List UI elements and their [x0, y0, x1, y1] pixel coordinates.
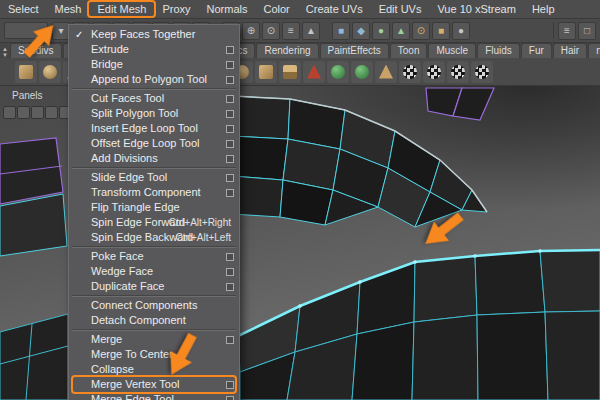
option-box-icon[interactable] — [226, 268, 234, 276]
history-icon[interactable]: ◆ — [352, 22, 370, 40]
menu-item-merge-to-center[interactable]: Merge To Center — [69, 347, 239, 362]
sidebar-toggle-icon[interactable]: ≡ — [558, 22, 576, 40]
shelf-icon-tree[interactable] — [375, 61, 397, 83]
menu-item-collapse[interactable]: Collapse — [69, 362, 239, 377]
option-box-icon[interactable] — [226, 283, 234, 291]
menu-item-keep-faces-together[interactable]: ✓Keep Faces Together — [69, 27, 239, 42]
menubar-vue-10-xstream[interactable]: Vue 10 xStream — [429, 0, 523, 18]
menubar-create-uvs[interactable]: Create UVs — [298, 0, 371, 18]
menu-item-spin-edge-backward[interactable]: Spin Edge BackwardCtrl+Alt+Left — [69, 230, 239, 245]
menu-item-slide-edge-tool[interactable]: Slide Edge Tool — [69, 170, 239, 185]
shelf-tab-fur[interactable]: Fur — [521, 43, 552, 58]
shelf-icon-checker-ball[interactable] — [447, 61, 469, 83]
option-box-icon[interactable] — [226, 189, 234, 197]
mesh-bottom-left[interactable] — [0, 314, 68, 400]
menu-item-duplicate-face[interactable]: Duplicate Face — [69, 279, 239, 294]
shelf-tab-muscle[interactable]: Muscle — [428, 43, 476, 58]
option-box-icon[interactable] — [226, 381, 234, 389]
menu-item-detach-component[interactable]: Detach Component — [69, 313, 239, 328]
shelf-tab-fluids[interactable]: Fluids — [477, 43, 520, 58]
viewport-toolbar-icon[interactable] — [31, 106, 44, 119]
shelf-tab-ncloth[interactable]: nCloth — [588, 43, 600, 58]
viewport-toolbar-icon[interactable] — [45, 106, 58, 119]
panel-menu-panels[interactable]: Panels — [12, 90, 43, 101]
viewport-toolbar-icon[interactable] — [3, 106, 16, 119]
menu-item-merge-vertex-tool[interactable]: Merge Vertex Tool — [69, 377, 239, 392]
menubar-select[interactable]: Select — [0, 0, 47, 18]
menubar-edit-mesh[interactable]: Edit Mesh — [89, 0, 154, 18]
menu-item-transform-component[interactable]: Transform Component — [69, 185, 239, 200]
snap-icon[interactable]: ⊕ — [242, 22, 260, 40]
menu-item-add-divisions[interactable]: Add Divisions — [69, 151, 239, 166]
option-box-icon[interactable] — [226, 253, 234, 261]
menu-item-wedge-face[interactable]: Wedge Face — [69, 264, 239, 279]
menu-item-poke-face[interactable]: Poke Face — [69, 249, 239, 264]
shelf-icon-solid[interactable] — [255, 61, 277, 83]
mesh-piece-purple[interactable] — [426, 88, 494, 120]
menu-item-cut-faces-tool[interactable]: Cut Faces Tool — [69, 91, 239, 106]
shelf-tab-rendering[interactable]: Rendering — [256, 43, 318, 58]
shelf-icon-green-sphere[interactable] — [351, 61, 373, 83]
menu-item-label: Append to Polygon Tool — [91, 73, 207, 85]
viewport-toolbar-icon[interactable] — [17, 106, 30, 119]
shelf-tab-painteffects[interactable]: PaintEffects — [320, 43, 389, 58]
menu-item-append-to-polygon-tool[interactable]: Append to Polygon Tool — [69, 72, 239, 87]
menu-item-split-polygon-tool[interactable]: Split Polygon Tool — [69, 106, 239, 121]
menu-item-label: Merge Vertex Tool — [91, 378, 179, 390]
snap-icon[interactable]: ▲ — [302, 22, 320, 40]
menubar-normals[interactable]: Normals — [199, 0, 256, 18]
option-box-icon[interactable] — [226, 95, 234, 103]
option-box-icon[interactable] — [226, 396, 234, 400]
menu-item-bridge[interactable]: Bridge — [69, 57, 239, 72]
menu-item-merge[interactable]: Merge — [69, 332, 239, 347]
menu-item-label: Connect Components — [91, 299, 197, 311]
scene-icon[interactable]: ▲ — [392, 22, 410, 40]
shelf-icon-checker-ball[interactable] — [399, 61, 421, 83]
sidebar-toggle-icon[interactable]: □ — [578, 22, 596, 40]
shelf-icon-cube[interactable] — [15, 61, 37, 83]
menubar-edit-uvs[interactable]: Edit UVs — [371, 0, 430, 18]
shelf-icon-sphere[interactable] — [39, 61, 61, 83]
menu-item-flip-triangle-edge[interactable]: Flip Triangle Edge — [69, 200, 239, 215]
shelf-icon-checker-ball[interactable] — [471, 61, 493, 83]
render-icon[interactable]: ■ — [432, 22, 450, 40]
render-icon[interactable]: ● — [452, 22, 470, 40]
menu-item-insert-edge-loop-tool[interactable]: Insert Edge Loop Tool — [69, 121, 239, 136]
menu-item-spin-edge-forward[interactable]: Spin Edge ForwardCtrl+Alt+Right — [69, 215, 239, 230]
menubar-mesh[interactable]: Mesh — [47, 0, 90, 18]
option-box-icon[interactable] — [226, 174, 234, 182]
menubar-color[interactable]: Color — [255, 0, 297, 18]
shelf-icon-green-sphere[interactable] — [327, 61, 349, 83]
shelf-icon-checker-ball[interactable] — [423, 61, 445, 83]
render-icon[interactable]: ⊙ — [412, 22, 430, 40]
snap-icon[interactable]: ≡ — [282, 22, 300, 40]
shelf-tab-scroll-icon[interactable]: ▲▼ — [0, 46, 10, 58]
menu-item-connect-components[interactable]: Connect Components — [69, 298, 239, 313]
menubar-help[interactable]: Help — [524, 0, 563, 18]
option-box-icon[interactable] — [226, 46, 234, 54]
menubar-proxy[interactable]: Proxy — [154, 0, 198, 18]
shelf-tab-hair[interactable]: Hair — [553, 43, 587, 58]
scene-icon[interactable]: ● — [372, 22, 390, 40]
mesh-lower[interactable] — [238, 250, 600, 400]
option-box-icon[interactable] — [226, 110, 234, 118]
option-box-icon[interactable] — [226, 140, 234, 148]
option-box-icon[interactable] — [226, 336, 234, 344]
menu-item-label: Flip Triangle Edge — [91, 201, 180, 213]
menu-item-extrude[interactable]: Extrude — [69, 42, 239, 57]
option-box-icon[interactable] — [226, 61, 234, 69]
option-box-icon[interactable] — [226, 155, 234, 163]
menu-item-label: Detach Component — [91, 314, 186, 326]
menu-item-offset-edge-loop-tool[interactable]: Offset Edge Loop Tool — [69, 136, 239, 151]
menu-item-label: Merge Edge Tool — [91, 393, 174, 400]
shelf-icon-solid[interactable] — [279, 61, 301, 83]
shelf-icon-red-cone[interactable] — [303, 61, 325, 83]
menu-item-merge-edge-tool[interactable]: Merge Edge Tool — [69, 392, 239, 400]
shelf-tab-toon[interactable]: Toon — [390, 43, 428, 58]
menu-item-label: Merge — [91, 333, 122, 345]
option-box-icon[interactable] — [226, 125, 234, 133]
history-icon[interactable]: ■ — [332, 22, 350, 40]
option-box-icon[interactable] — [226, 76, 234, 84]
snap-icon[interactable]: ⊙ — [262, 22, 280, 40]
mesh-piece-left[interactable] — [0, 138, 67, 256]
